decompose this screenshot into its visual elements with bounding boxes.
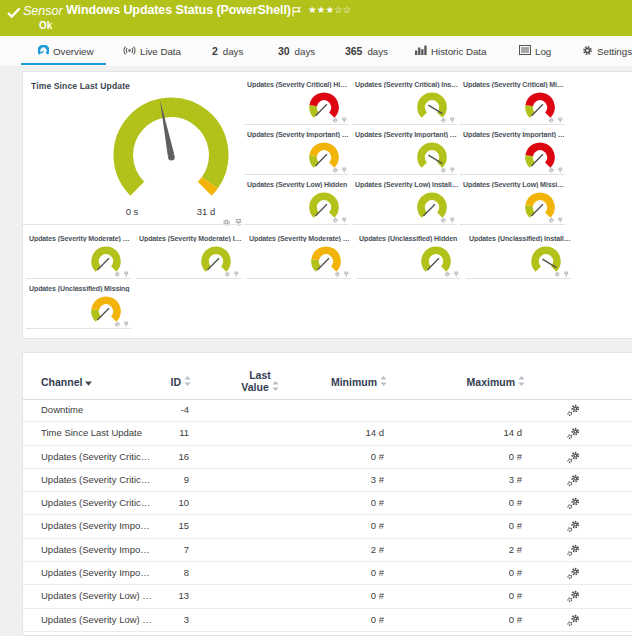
column-header-last-value[interactable]: Last Value: [229, 370, 291, 393]
edit-channel-button[interactable]: [567, 520, 580, 533]
gauge-cell[interactable]: Updates (Severity Moderate) …: [27, 229, 135, 279]
edit-channel-button[interactable]: [567, 590, 580, 603]
gauge-cell[interactable]: Updates (Severity Moderate) I…: [137, 229, 245, 279]
edit-channel-button[interactable]: [567, 614, 580, 627]
prtg-sensor-page: Sensor Windows Updates Status (PowerShel…: [0, 0, 632, 636]
channel-name[interactable]: Time Since Last Update: [41, 422, 191, 444]
gear-icon[interactable]: [440, 167, 447, 174]
gear-icon[interactable]: [332, 117, 339, 124]
gear-icon[interactable]: [440, 117, 447, 124]
gauge-cell[interactable]: Updates (Unclassified) Hidden: [357, 229, 465, 279]
flag-icon[interactable]: [292, 3, 302, 21]
tab-30-days[interactable]: 30 days: [278, 36, 315, 66]
pin-icon[interactable]: [341, 117, 348, 124]
gear-icon[interactable]: [548, 117, 555, 124]
pin-icon[interactable]: [123, 271, 130, 278]
channel-id: -4: [181, 399, 189, 421]
gauge-cell[interactable]: Updates (Unclassified) Missing: [27, 279, 135, 329]
gauge-cell[interactable]: Updates (Severity Low) Missi…: [461, 175, 569, 225]
priority-stars[interactable]: ★★★☆☆: [308, 4, 352, 15]
gear-icon[interactable]: [332, 167, 339, 174]
edit-channel-button[interactable]: [567, 497, 580, 510]
channel-name[interactable]: Updates (Severity Critic…: [41, 469, 191, 491]
gear-icon[interactable]: [548, 217, 555, 224]
tab-365-days[interactable]: 365 days: [345, 36, 388, 66]
edit-channel-gears-icon[interactable]: [567, 474, 580, 487]
gear-icon[interactable]: [548, 167, 555, 174]
gear-icon[interactable]: [222, 218, 231, 227]
edit-channel-gears-icon[interactable]: [567, 497, 580, 510]
edit-channel-button[interactable]: [567, 451, 580, 464]
gauge-cell[interactable]: Updates (Severity Low) Hidden: [245, 175, 353, 225]
channel-name[interactable]: Updates (Severity Critic…: [41, 492, 191, 514]
column-header-id[interactable]: ID: [123, 376, 191, 388]
pin-icon[interactable]: [557, 117, 564, 124]
column-header-channel[interactable]: Channel: [41, 376, 92, 388]
sensor-header: Sensor Windows Updates Status (PowerShel…: [0, 0, 632, 36]
pin-icon[interactable]: [234, 218, 243, 227]
gauge-cell[interactable]: Updates (Severity Low) Install…: [353, 175, 461, 225]
edit-channel-button[interactable]: [567, 544, 580, 557]
edit-channel-gears-icon[interactable]: [567, 544, 580, 557]
pin-icon[interactable]: [563, 271, 570, 278]
gear-icon[interactable]: [224, 271, 231, 278]
gauge-cell[interactable]: Updates (Severity Important) …: [461, 125, 569, 175]
tab-settings[interactable]: Settings: [582, 36, 632, 66]
gauge-cell[interactable]: Updates (Severity Moderate) …: [247, 229, 355, 279]
table-row: Time Since Last Update1114 d14 d: [23, 422, 632, 445]
channel-name[interactable]: Updates (Severity Low) …: [41, 609, 191, 631]
gauge-label: Updates (Severity Critical) Hi…: [247, 81, 353, 88]
gear-icon[interactable]: [114, 271, 121, 278]
pin-icon[interactable]: [449, 217, 456, 224]
tab-2-days[interactable]: 2 days: [212, 36, 243, 66]
channel-name[interactable]: Updates (Severity Impo…: [41, 539, 191, 561]
pin-icon[interactable]: [233, 271, 240, 278]
channel-name[interactable]: Updates (Severity Critic…: [41, 446, 191, 468]
gear-icon[interactable]: [444, 271, 451, 278]
edit-channel-gears-icon[interactable]: [567, 520, 580, 533]
channel-minimum: 3 #: [371, 469, 384, 491]
channel-name[interactable]: Updates (Severity Impo…: [41, 515, 191, 537]
edit-channel-gears-icon[interactable]: [567, 451, 580, 464]
tab-overview[interactable]: Overview: [38, 36, 93, 66]
edit-channel-gears-icon[interactable]: [567, 427, 580, 440]
column-header-maximum[interactable]: Maximum: [441, 376, 525, 388]
pin-icon[interactable]: [557, 167, 564, 174]
gear-icon[interactable]: [554, 271, 561, 278]
edit-channel-button[interactable]: [567, 404, 580, 417]
gear-icon[interactable]: [114, 321, 121, 328]
pin-icon[interactable]: [341, 167, 348, 174]
channel-name[interactable]: Downtime: [41, 399, 191, 421]
edit-channel-gears-icon[interactable]: [567, 590, 580, 603]
edit-channel-button[interactable]: [567, 427, 580, 440]
channel-name[interactable]: Updates (Severity Low) …: [41, 585, 191, 607]
gauge-cell[interactable]: Updates (Unclassified) Install…: [467, 229, 575, 279]
edit-channel-button[interactable]: [567, 567, 580, 580]
pin-icon[interactable]: [449, 117, 456, 124]
gauge-cell[interactable]: Updates (Severity Important) …: [353, 125, 461, 175]
edit-channel-button[interactable]: [567, 474, 580, 487]
status-check-icon: [7, 5, 21, 23]
gauge-cell[interactable]: Updates (Severity Critical) Hi…: [245, 75, 353, 125]
pin-icon[interactable]: [557, 217, 564, 224]
channel-name[interactable]: Updates (Severity Impo…: [41, 562, 191, 584]
gear-icon[interactable]: [440, 217, 447, 224]
table-row: Downtime-4: [23, 399, 632, 422]
pin-icon[interactable]: [453, 271, 460, 278]
edit-channel-gears-icon[interactable]: [567, 614, 580, 627]
pin-icon[interactable]: [123, 321, 130, 328]
gauge-cell[interactable]: Updates (Severity Critical) Mi…: [461, 75, 569, 125]
tab-live-data[interactable]: Live Data: [123, 36, 181, 66]
pin-icon[interactable]: [449, 167, 456, 174]
gear-icon[interactable]: [334, 271, 341, 278]
gauge-cell[interactable]: Updates (Severity Critical) Ins…: [353, 75, 461, 125]
tab-historic-data[interactable]: Historic Data: [415, 36, 486, 66]
column-header-minimum[interactable]: Minimum: [303, 376, 387, 388]
edit-channel-gears-icon[interactable]: [567, 404, 580, 417]
pin-icon[interactable]: [341, 217, 348, 224]
pin-icon[interactable]: [343, 271, 350, 278]
tab-log[interactable]: Log: [519, 36, 551, 66]
gauge-cell[interactable]: Updates (Severity Important) …: [245, 125, 353, 175]
gear-icon[interactable]: [332, 217, 339, 224]
edit-channel-gears-icon[interactable]: [567, 567, 580, 580]
